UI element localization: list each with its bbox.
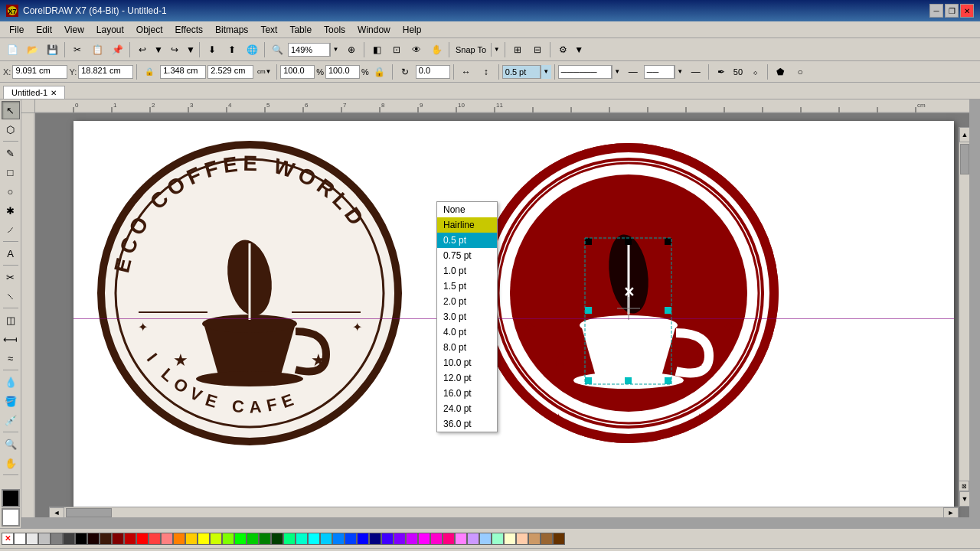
zoom-input[interactable]: 149% bbox=[288, 43, 330, 57]
fit-page-btn[interactable]: ⊡ bbox=[387, 41, 406, 58]
color-green[interactable] bbox=[234, 533, 247, 545]
convert-btn[interactable]: ⬟ bbox=[771, 64, 789, 80]
color-darkbrown[interactable] bbox=[87, 533, 100, 545]
color-amber[interactable] bbox=[185, 533, 198, 545]
shadow-tool[interactable]: ◫ bbox=[2, 311, 20, 329]
menu-effects[interactable]: Effects bbox=[169, 23, 209, 37]
horizontal-scrollbar[interactable]: ◄ ► bbox=[49, 507, 959, 517]
import-btn[interactable]: ⬇ bbox=[203, 41, 221, 58]
color-deeppink[interactable] bbox=[443, 533, 455, 545]
dd-none[interactable]: None bbox=[437, 202, 497, 217]
node-btn[interactable]: ⬦ bbox=[746, 64, 764, 80]
color-red[interactable] bbox=[136, 533, 149, 545]
hscroll-right[interactable]: ► bbox=[943, 507, 959, 517]
color-aqua[interactable] bbox=[296, 533, 308, 545]
color-lightred[interactable] bbox=[149, 533, 161, 545]
new-btn[interactable]: 📄 bbox=[3, 41, 21, 58]
arrow-end-btn[interactable]: — bbox=[687, 64, 705, 80]
arrow-arrow[interactable]: ▼ bbox=[675, 65, 685, 79]
publish-btn[interactable]: 🌐 bbox=[243, 41, 261, 58]
color-yellowgreen[interactable] bbox=[210, 533, 222, 545]
menu-tools[interactable]: Tools bbox=[318, 23, 351, 37]
dd-0pt5[interactable]: 0.5 pt bbox=[437, 233, 497, 248]
outline-color[interactable] bbox=[2, 489, 20, 507]
minimize-button[interactable]: ─ bbox=[929, 4, 943, 18]
menu-edit[interactable]: Edit bbox=[30, 23, 58, 37]
fill-color[interactable] bbox=[2, 508, 20, 527]
width-input[interactable]: 1.348 cm bbox=[160, 65, 206, 79]
vscroll-resize[interactable]: ⊠ bbox=[959, 481, 969, 491]
mirror-v-btn[interactable]: ↕ bbox=[477, 64, 495, 80]
color-chocolate[interactable] bbox=[553, 533, 565, 545]
no-color-swatch[interactable]: ✕ bbox=[2, 533, 14, 545]
pan-tool[interactable]: ✋ bbox=[2, 454, 20, 472]
cut-btn[interactable]: ✂ bbox=[68, 41, 87, 58]
pan-btn[interactable]: ✋ bbox=[427, 41, 446, 58]
freehand-tool[interactable]: ✎ bbox=[2, 144, 20, 162]
dd-12pt0[interactable]: 12.0 pt bbox=[437, 370, 497, 386]
connector-tool[interactable]: ⟍ bbox=[2, 287, 20, 305]
distribute-btn[interactable]: ⊟ bbox=[528, 41, 547, 58]
smart-fill-tool[interactable]: 🪣 bbox=[2, 392, 20, 410]
color-periwinkle[interactable] bbox=[479, 533, 492, 545]
color-hotpink[interactable] bbox=[430, 533, 443, 545]
dd-24pt0[interactable]: 24.0 pt bbox=[437, 401, 497, 416]
arrow-dropdown[interactable]: ── bbox=[644, 65, 675, 79]
dd-8pt0[interactable]: 8.0 pt bbox=[437, 340, 497, 355]
color-mint[interactable] bbox=[283, 533, 296, 545]
color-tan[interactable] bbox=[528, 533, 541, 545]
line-start-btn[interactable]: — bbox=[624, 64, 642, 80]
y-input[interactable]: 18.821 cm bbox=[78, 65, 133, 79]
blend-tool[interactable]: ⟻ bbox=[2, 330, 20, 348]
color-orange[interactable] bbox=[173, 533, 185, 545]
units-btn[interactable]: cm▼ bbox=[255, 64, 273, 80]
selection-tool[interactable]: ↖ bbox=[2, 101, 20, 119]
color-magenta[interactable] bbox=[406, 533, 418, 545]
dd-36pt0[interactable]: 36.0 pt bbox=[437, 416, 497, 432]
menu-window[interactable]: Window bbox=[351, 23, 397, 37]
document-tab[interactable]: Untitled-1 ✕ bbox=[3, 86, 65, 99]
vscroll-thumb[interactable] bbox=[960, 144, 969, 174]
rect-tool[interactable]: □ bbox=[2, 163, 20, 181]
menu-view[interactable]: View bbox=[58, 23, 90, 37]
color-navy[interactable] bbox=[369, 533, 381, 545]
zoom-combo[interactable]: 149% ▼ bbox=[288, 43, 341, 57]
dd-4pt0[interactable]: 4.0 pt bbox=[437, 324, 497, 340]
color-violet[interactable] bbox=[381, 533, 394, 545]
color-palegreen[interactable] bbox=[492, 533, 504, 545]
color-black[interactable] bbox=[75, 533, 87, 545]
snap-arrow[interactable]: ▼ bbox=[491, 43, 501, 57]
redo-dropdown[interactable]: ▼ bbox=[185, 41, 196, 58]
save-btn[interactable]: 💾 bbox=[43, 41, 61, 58]
vertical-scrollbar[interactable]: ▲ ▼ ⊠ bbox=[959, 127, 969, 507]
color-darkgray[interactable] bbox=[63, 533, 75, 545]
color-medblue[interactable] bbox=[345, 533, 357, 545]
vscroll-down[interactable]: ▼ bbox=[959, 491, 969, 507]
lock-ratio-btn[interactable]: 🔒 bbox=[140, 64, 158, 80]
menu-layout[interactable]: Layout bbox=[90, 23, 130, 37]
color-lime[interactable] bbox=[222, 533, 234, 545]
color-yellow[interactable] bbox=[198, 533, 210, 545]
menu-object[interactable]: Object bbox=[130, 23, 169, 37]
zoom-arrow[interactable]: ▼ bbox=[330, 43, 341, 57]
color-sienna[interactable] bbox=[541, 533, 553, 545]
menu-bitmaps[interactable]: Bitmaps bbox=[209, 23, 254, 37]
shape-tool[interactable]: ⬡ bbox=[2, 120, 20, 139]
copy-btn[interactable]: 📋 bbox=[88, 41, 106, 58]
undo-btn[interactable]: ↩ bbox=[133, 41, 152, 58]
prev-view-btn[interactable]: ◧ bbox=[368, 41, 386, 58]
dd-hairline[interactable]: Hairline bbox=[437, 217, 497, 233]
distort-tool[interactable]: ≈ bbox=[2, 349, 20, 367]
zoom-tool[interactable]: 🔍 bbox=[2, 435, 20, 453]
redo-btn[interactable]: ↪ bbox=[165, 41, 184, 58]
height-input[interactable]: 2.529 cm bbox=[207, 65, 253, 79]
scale1-input[interactable]: 100.0 bbox=[280, 65, 315, 79]
color-forest[interactable] bbox=[271, 533, 283, 545]
paste-btn[interactable]: 📌 bbox=[108, 41, 126, 58]
x-input[interactable]: 9.091 cm bbox=[12, 65, 67, 79]
dimension-tool[interactable]: ✂ bbox=[2, 268, 20, 286]
scale2-input[interactable]: 100.0 bbox=[325, 65, 360, 79]
line-style-dropdown[interactable]: ────── bbox=[558, 65, 612, 79]
color-darkgreen[interactable] bbox=[259, 533, 271, 545]
smart-draw-tool[interactable]: ⟋ bbox=[2, 220, 20, 239]
